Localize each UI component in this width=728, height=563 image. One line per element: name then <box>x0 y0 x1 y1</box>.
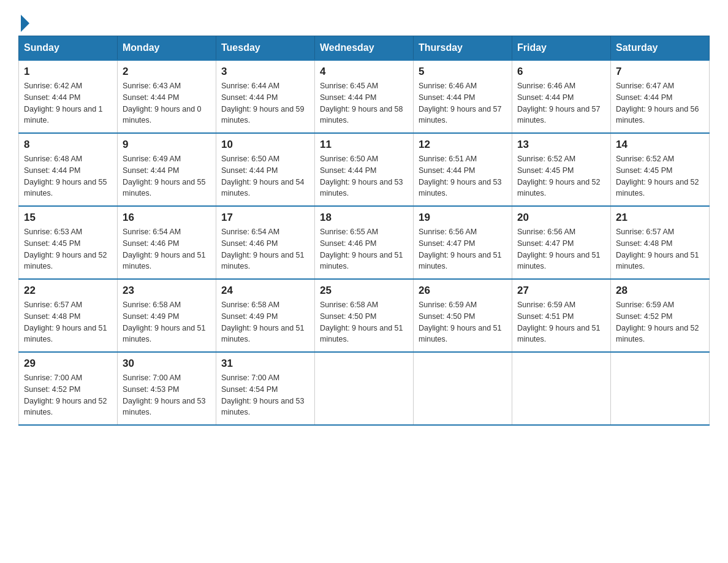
calendar-day-cell: 31 Sunrise: 7:00 AM Sunset: 4:54 PM Dayl… <box>216 352 315 425</box>
sunrise-label: Sunrise: 6:46 AM <box>517 82 575 90</box>
daylight-label: Daylight: 9 hours and 52 minutes. <box>616 324 699 344</box>
day-info: Sunrise: 6:48 AM Sunset: 4:44 PM Dayligh… <box>24 153 112 199</box>
sunset-label: Sunset: 4:48 PM <box>24 312 80 321</box>
day-number: 2 <box>123 66 211 78</box>
day-number: 9 <box>123 139 211 151</box>
daylight-label: Daylight: 9 hours and 51 minutes. <box>123 324 206 344</box>
sunset-label: Sunset: 4:51 PM <box>517 312 574 321</box>
daylight-label: Daylight: 9 hours and 55 minutes. <box>123 178 206 198</box>
day-number: 7 <box>616 66 704 78</box>
sunset-label: Sunset: 4:47 PM <box>419 239 475 248</box>
sunrise-label: Sunrise: 6:51 AM <box>419 155 477 163</box>
daylight-label: Daylight: 9 hours and 51 minutes. <box>517 251 601 271</box>
sunset-label: Sunset: 4:44 PM <box>221 166 278 175</box>
calendar-day-cell: 28 Sunrise: 6:59 AM Sunset: 4:52 PM Dayl… <box>611 279 710 352</box>
sunset-label: Sunset: 4:50 PM <box>320 312 376 321</box>
day-of-week-header: Tuesday <box>216 36 315 61</box>
calendar-day-cell: 5 Sunrise: 6:46 AM Sunset: 4:44 PM Dayli… <box>414 60 512 133</box>
day-of-week-header: Sunday <box>19 36 118 61</box>
daylight-label: Daylight: 9 hours and 51 minutes. <box>320 324 403 344</box>
sunrise-label: Sunrise: 6:59 AM <box>616 301 674 309</box>
sunset-label: Sunset: 4:52 PM <box>24 385 80 394</box>
calendar-day-cell: 9 Sunrise: 6:49 AM Sunset: 4:44 PM Dayli… <box>118 133 216 206</box>
sunset-label: Sunset: 4:45 PM <box>616 166 672 175</box>
sunset-label: Sunset: 4:44 PM <box>221 93 278 102</box>
sunset-label: Sunset: 4:45 PM <box>517 166 574 175</box>
sunset-label: Sunset: 4:52 PM <box>616 312 672 321</box>
sunrise-label: Sunrise: 6:42 AM <box>24 82 82 90</box>
sunset-label: Sunset: 4:44 PM <box>517 93 574 102</box>
sunrise-label: Sunrise: 6:56 AM <box>419 228 477 236</box>
daylight-label: Daylight: 9 hours and 51 minutes. <box>616 251 699 271</box>
day-number: 3 <box>221 66 309 78</box>
day-info: Sunrise: 6:46 AM Sunset: 4:44 PM Dayligh… <box>517 80 605 126</box>
day-info: Sunrise: 6:53 AM Sunset: 4:45 PM Dayligh… <box>24 226 112 272</box>
sunset-label: Sunset: 4:50 PM <box>419 312 475 321</box>
daylight-label: Daylight: 9 hours and 53 minutes. <box>419 178 502 198</box>
calendar-day-cell: 23 Sunrise: 6:58 AM Sunset: 4:49 PM Dayl… <box>118 279 216 352</box>
daylight-label: Daylight: 9 hours and 52 minutes. <box>517 178 601 198</box>
day-info: Sunrise: 6:51 AM Sunset: 4:44 PM Dayligh… <box>419 153 507 199</box>
daylight-label: Daylight: 9 hours and 51 minutes. <box>24 324 107 344</box>
calendar-week-row: 1 Sunrise: 6:42 AM Sunset: 4:44 PM Dayli… <box>19 60 710 133</box>
day-number: 13 <box>517 139 605 151</box>
day-info: Sunrise: 6:57 AM Sunset: 4:48 PM Dayligh… <box>616 226 704 272</box>
daylight-label: Daylight: 9 hours and 51 minutes. <box>517 324 601 344</box>
day-number: 31 <box>221 358 309 370</box>
logo <box>18 12 29 29</box>
sunrise-label: Sunrise: 6:59 AM <box>419 301 477 309</box>
day-info: Sunrise: 6:59 AM Sunset: 4:51 PM Dayligh… <box>517 299 605 345</box>
day-number: 24 <box>221 285 309 297</box>
day-number: 12 <box>419 139 507 151</box>
calendar-day-cell: 3 Sunrise: 6:44 AM Sunset: 4:44 PM Dayli… <box>216 60 315 133</box>
day-number: 17 <box>221 212 309 224</box>
day-number: 10 <box>221 139 309 151</box>
day-info: Sunrise: 6:54 AM Sunset: 4:46 PM Dayligh… <box>123 226 211 272</box>
sunset-label: Sunset: 4:46 PM <box>123 239 179 248</box>
sunset-label: Sunset: 4:44 PM <box>616 93 672 102</box>
sunset-label: Sunset: 4:44 PM <box>419 93 475 102</box>
day-number: 22 <box>24 285 112 297</box>
sunrise-label: Sunrise: 6:58 AM <box>123 301 181 309</box>
day-number: 28 <box>616 285 704 297</box>
day-info: Sunrise: 6:57 AM Sunset: 4:48 PM Dayligh… <box>24 299 112 345</box>
calendar-day-cell: 12 Sunrise: 6:51 AM Sunset: 4:44 PM Dayl… <box>414 133 512 206</box>
day-number: 14 <box>616 139 704 151</box>
calendar-day-cell: 15 Sunrise: 6:53 AM Sunset: 4:45 PM Dayl… <box>19 206 118 279</box>
daylight-label: Daylight: 9 hours and 0 minutes. <box>123 105 202 125</box>
calendar-day-cell <box>611 352 710 425</box>
sunrise-label: Sunrise: 6:48 AM <box>24 155 82 163</box>
calendar-week-row: 29 Sunrise: 7:00 AM Sunset: 4:52 PM Dayl… <box>19 352 710 425</box>
calendar-day-cell: 4 Sunrise: 6:45 AM Sunset: 4:44 PM Dayli… <box>315 60 414 133</box>
day-info: Sunrise: 6:43 AM Sunset: 4:44 PM Dayligh… <box>123 80 211 126</box>
day-number: 1 <box>24 66 112 78</box>
day-info: Sunrise: 6:56 AM Sunset: 4:47 PM Dayligh… <box>517 226 605 272</box>
sunrise-label: Sunrise: 6:47 AM <box>616 82 674 90</box>
sunset-label: Sunset: 4:44 PM <box>419 166 475 175</box>
logo-arrow-icon <box>21 15 29 32</box>
day-number: 30 <box>123 358 211 370</box>
daylight-label: Daylight: 9 hours and 51 minutes. <box>221 324 305 344</box>
day-number: 11 <box>320 139 408 151</box>
sunrise-label: Sunrise: 6:44 AM <box>221 82 279 90</box>
daylight-label: Daylight: 9 hours and 57 minutes. <box>419 105 502 125</box>
calendar-day-cell: 6 Sunrise: 6:46 AM Sunset: 4:44 PM Dayli… <box>512 60 611 133</box>
day-info: Sunrise: 6:46 AM Sunset: 4:44 PM Dayligh… <box>419 80 507 126</box>
calendar-week-row: 22 Sunrise: 6:57 AM Sunset: 4:48 PM Dayl… <box>19 279 710 352</box>
calendar-day-cell <box>512 352 611 425</box>
sunrise-label: Sunrise: 6:58 AM <box>221 301 279 309</box>
day-number: 29 <box>24 358 112 370</box>
sunrise-label: Sunrise: 7:00 AM <box>221 373 279 382</box>
day-of-week-header: Thursday <box>414 36 512 61</box>
day-number: 16 <box>123 212 211 224</box>
day-info: Sunrise: 6:47 AM Sunset: 4:44 PM Dayligh… <box>616 80 704 126</box>
sunrise-label: Sunrise: 7:00 AM <box>123 373 181 382</box>
day-info: Sunrise: 6:56 AM Sunset: 4:47 PM Dayligh… <box>419 226 507 272</box>
calendar-day-cell: 25 Sunrise: 6:58 AM Sunset: 4:50 PM Dayl… <box>315 279 414 352</box>
day-info: Sunrise: 6:58 AM Sunset: 4:49 PM Dayligh… <box>123 299 211 345</box>
daylight-label: Daylight: 9 hours and 1 minute. <box>24 105 103 125</box>
sunrise-label: Sunrise: 6:57 AM <box>24 301 82 309</box>
daylight-label: Daylight: 9 hours and 52 minutes. <box>616 178 699 198</box>
day-info: Sunrise: 6:52 AM Sunset: 4:45 PM Dayligh… <box>517 153 605 199</box>
sunset-label: Sunset: 4:44 PM <box>24 93 80 102</box>
